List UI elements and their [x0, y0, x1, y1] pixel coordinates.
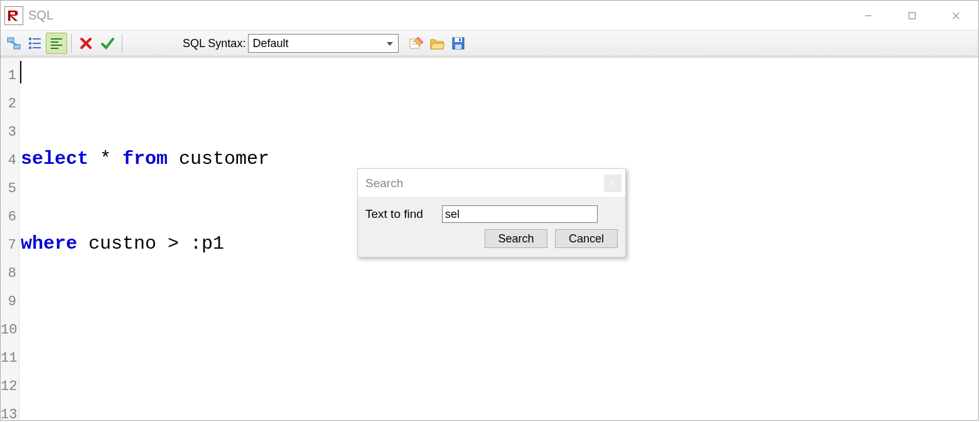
svg-rect-24: [455, 38, 462, 42]
save-file-button[interactable]: [448, 33, 469, 54]
search-button[interactable]: Search: [485, 229, 547, 248]
cancel-sql-button[interactable]: [75, 33, 97, 54]
line-number: 4: [1, 146, 16, 175]
svg-rect-6: [14, 45, 20, 49]
text-cursor: [20, 61, 21, 84]
line-number: 3: [1, 118, 16, 146]
align-left-icon: [49, 36, 64, 51]
code-text: customer: [168, 148, 269, 170]
edit-icon: [408, 36, 423, 51]
svg-rect-2: [909, 13, 915, 19]
search-close-button[interactable]: ×: [604, 175, 622, 192]
text-to-find-label: Text to find: [365, 207, 423, 221]
line-number: 5: [1, 175, 16, 203]
titlebar: SQL: [1, 1, 978, 30]
search-buttons: Search Cancel: [358, 227, 625, 257]
cancel-button[interactable]: Cancel: [555, 229, 618, 248]
list-button[interactable]: [24, 33, 46, 54]
toolbar-separator-1: [71, 34, 72, 53]
sql-syntax-label: SQL Syntax:: [183, 37, 245, 50]
x-icon: [78, 36, 94, 51]
query-builder-button[interactable]: [3, 33, 24, 54]
toolbar-separator-2: [122, 34, 122, 53]
search-body: Text to find: [358, 198, 625, 227]
svg-rect-26: [459, 38, 461, 41]
line-number: 10: [1, 316, 16, 344]
line-number: 1: [1, 62, 16, 90]
check-icon: [100, 36, 115, 51]
svg-point-12: [30, 47, 31, 48]
sql-syntax-value: Default: [252, 37, 288, 50]
window-controls: [846, 1, 978, 30]
line-number: 2: [1, 90, 16, 118]
svg-rect-5: [8, 38, 14, 42]
code-text: *: [89, 148, 122, 170]
app-icon: [4, 6, 23, 25]
search-titlebar: Search ×: [358, 169, 625, 198]
keyword: select: [21, 148, 89, 170]
maximize-button[interactable]: [890, 1, 934, 30]
query-builder-icon: [6, 36, 21, 51]
svg-point-8: [30, 38, 31, 40]
toolbar: SQL Syntax: Default: [1, 30, 978, 57]
line-number: 13: [1, 401, 16, 422]
svg-rect-25: [455, 45, 461, 49]
svg-rect-0: [11, 12, 15, 14]
save-icon: [451, 36, 466, 51]
code-text: custno > :p1: [77, 233, 224, 254]
window-title: SQL: [28, 8, 53, 23]
text-to-find-input[interactable]: [442, 205, 598, 223]
line-number: 8: [1, 259, 16, 288]
line-gutter: 1 2 3 4 5 6 7 8 9 10 11 12 13: [1, 58, 19, 420]
edit-params-button[interactable]: [405, 33, 426, 54]
line-number: 9: [1, 288, 16, 316]
line-number: 11: [1, 344, 16, 372]
line-number: 7: [1, 231, 16, 259]
accept-sql-button[interactable]: [97, 33, 118, 54]
close-button[interactable]: [934, 1, 978, 30]
open-file-button[interactable]: [426, 33, 448, 54]
keyword: where: [21, 233, 77, 254]
svg-point-10: [30, 43, 31, 44]
sql-syntax-select[interactable]: Default: [248, 34, 399, 53]
align-left-button[interactable]: [46, 33, 67, 54]
list-icon: [28, 36, 43, 51]
search-title: Search: [365, 176, 403, 190]
search-dialog: Search × Text to find Search Cancel: [357, 168, 626, 257]
sql-window: SQL: [0, 0, 979, 421]
close-icon: ×: [610, 178, 615, 188]
line-number: 12: [1, 372, 16, 401]
keyword: from: [122, 148, 168, 170]
minimize-button[interactable]: [846, 1, 890, 30]
folder-open-icon: [429, 36, 444, 51]
line-number: 6: [1, 203, 16, 231]
svg-line-7: [11, 42, 17, 45]
